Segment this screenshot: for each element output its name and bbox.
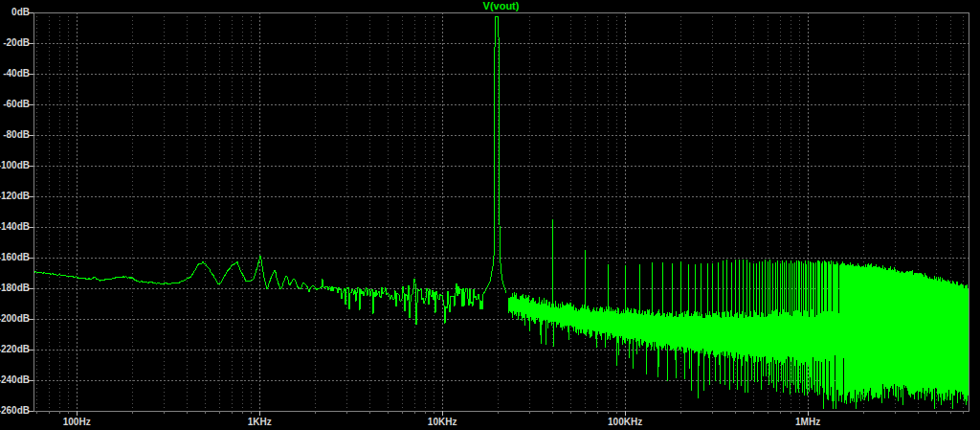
y-axis-label: -40dB bbox=[0, 68, 30, 79]
spectrum-plot-canvas[interactable] bbox=[0, 0, 980, 430]
y-axis-label: -20dB bbox=[0, 37, 30, 49]
trace-name-label[interactable]: V(vout) bbox=[33, 0, 969, 11]
x-axis-label: 1MHz bbox=[769, 417, 846, 428]
x-axis-label: 100Hz bbox=[38, 417, 115, 428]
y-axis-label: -260dB bbox=[0, 405, 30, 417]
y-axis-label: 0dB bbox=[0, 7, 30, 18]
waveform-viewer-pane: V(vout) 0dB-20dB-40dB-60dB-80dB-100dB-12… bbox=[0, 0, 980, 430]
y-axis-label: -240dB bbox=[0, 374, 30, 386]
y-axis-label: -200dB bbox=[0, 313, 30, 325]
y-axis-label: -80dB bbox=[0, 129, 30, 141]
x-axis-label: 10KHz bbox=[404, 417, 480, 428]
y-axis-label: -60dB bbox=[0, 99, 30, 110]
y-axis-label: -180dB bbox=[0, 283, 30, 294]
x-axis-label: 1KHz bbox=[221, 417, 298, 428]
y-axis-label: -100dB bbox=[0, 160, 30, 171]
y-axis-label: -160dB bbox=[0, 252, 30, 263]
y-axis-label: -220dB bbox=[0, 344, 30, 355]
y-axis-label: -120dB bbox=[0, 191, 30, 202]
y-axis-label: -140dB bbox=[0, 221, 30, 233]
x-axis-label: 100KHz bbox=[587, 417, 663, 428]
